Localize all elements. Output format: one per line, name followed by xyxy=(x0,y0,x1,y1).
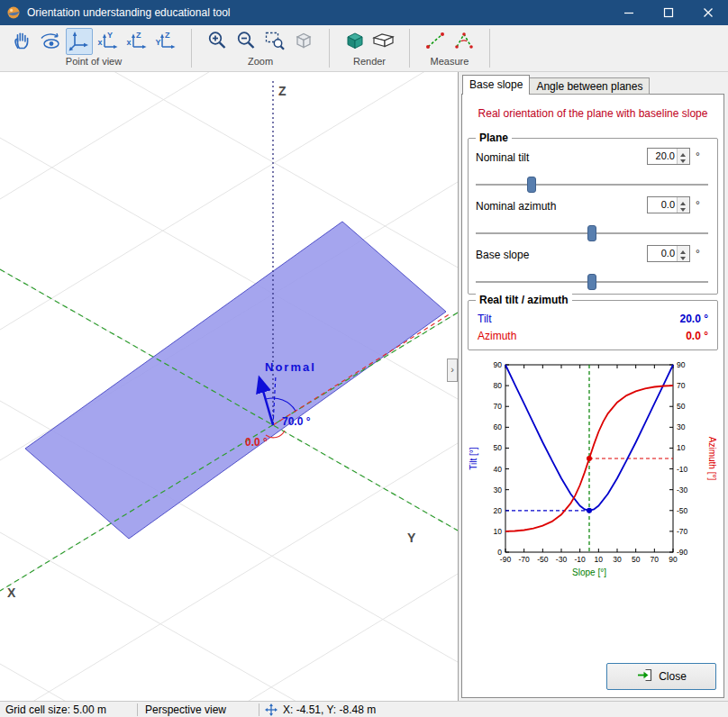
base-slope-slider[interactable] xyxy=(476,274,708,290)
orbit-tool-button[interactable] xyxy=(37,28,64,55)
status-coords-text: X: -4.51, Y: -8.48 m xyxy=(283,703,376,716)
close-window-button[interactable] xyxy=(688,0,728,25)
svg-text:x: x xyxy=(98,38,103,47)
slider-thumb[interactable] xyxy=(527,177,536,193)
spin-up-button[interactable] xyxy=(678,149,689,157)
svg-text:-10: -10 xyxy=(575,555,587,564)
tab-base-slope[interactable]: Base slope xyxy=(462,75,530,95)
toolbar-separator xyxy=(329,29,330,68)
degree-unit: ° xyxy=(696,150,700,163)
toolbar-group-label: Render xyxy=(353,56,386,67)
pan-tool-button[interactable] xyxy=(8,28,35,55)
svg-text:0: 0 xyxy=(497,548,502,557)
degree-unit: ° xyxy=(696,248,700,260)
tab-angle-between-planes[interactable]: Angle between planes xyxy=(530,77,650,95)
svg-text:Y: Y xyxy=(156,38,161,47)
svg-text:Tilt [°]: Tilt [°] xyxy=(469,447,478,470)
real-tilt-label: Tilt xyxy=(478,313,492,325)
spin-down-button[interactable] xyxy=(678,205,689,213)
toolbar-group-render: Render xyxy=(333,25,405,71)
maximize-button[interactable] xyxy=(649,0,688,25)
status-view-mode: Perspective view xyxy=(138,702,259,717)
toolbar-separator xyxy=(191,29,192,68)
axes-3d-icon xyxy=(68,29,91,55)
view-xy-button[interactable]: Y x xyxy=(95,28,122,55)
toolbar-group-label: Point of view xyxy=(66,56,122,67)
measure-angle-button[interactable] xyxy=(450,28,478,55)
y-axis-label: Y xyxy=(407,531,416,545)
nominal-azimuth-slider[interactable] xyxy=(476,225,708,241)
svg-text:70: 70 xyxy=(494,402,503,411)
toolbar-separator xyxy=(489,29,490,68)
exit-arrow-icon xyxy=(636,668,652,685)
slider-thumb[interactable] xyxy=(587,225,596,241)
panel-collapse-button[interactable]: › xyxy=(447,358,458,382)
page-subtitle: Real orientation of the plane with basel… xyxy=(462,107,723,120)
spin-value[interactable]: 0.0 xyxy=(648,246,677,261)
spin-value[interactable]: 20.0 xyxy=(648,149,677,164)
status-coordinates: X: -4.51, Y: -8.48 m xyxy=(259,702,376,717)
degree-unit: ° xyxy=(696,199,700,212)
app-icon xyxy=(6,5,21,20)
toolbar: Y x Z x Z xyxy=(0,25,728,72)
svg-text:50: 50 xyxy=(494,443,503,452)
render-solid-button[interactable] xyxy=(341,28,369,55)
zoom-in-icon xyxy=(205,29,229,55)
viewport-3d[interactable]: Z Y X Normal 70.0 ° 0.0 ° xyxy=(0,72,458,701)
axes-view-button[interactable] xyxy=(66,28,93,55)
zoom-window-button[interactable] xyxy=(261,28,288,55)
app-window: Orientation understanding educational to… xyxy=(0,0,728,717)
view-zy-button[interactable]: Z Y xyxy=(152,28,179,55)
toolbar-group-zoom: Zoom xyxy=(196,25,325,71)
svg-text:40: 40 xyxy=(494,465,503,474)
svg-text:60: 60 xyxy=(494,422,503,431)
svg-text:50: 50 xyxy=(632,555,641,564)
svg-text:-10: -10 xyxy=(677,465,688,474)
zoom-extents-button[interactable] xyxy=(290,28,317,55)
plane-groupbox: Plane Nominal tilt 20.0 ° Nominal azimut… xyxy=(468,138,718,295)
svg-text:70: 70 xyxy=(651,555,660,564)
svg-text:80: 80 xyxy=(494,381,503,390)
svg-text:x: x xyxy=(127,38,132,47)
nominal-tilt-slider[interactable] xyxy=(476,177,708,193)
spin-up-button[interactable] xyxy=(678,197,689,205)
real-tilt-azimuth-groupbox: Real tilt / azimuth Tilt 20.0 ° Azimuth … xyxy=(468,300,718,350)
nominal-azimuth-spinbox[interactable]: 0.0 xyxy=(647,196,690,213)
nominal-tilt-label: Nominal tilt xyxy=(476,151,529,164)
slider-thumb[interactable] xyxy=(587,274,596,290)
measure-distance-button[interactable] xyxy=(422,28,449,55)
minimize-button[interactable] xyxy=(609,0,649,25)
svg-text:10: 10 xyxy=(494,527,503,536)
zoom-out-icon xyxy=(234,29,258,55)
zoom-out-button[interactable] xyxy=(232,28,259,55)
slope-chart: -90-70-50-30-101030507090010203040506070… xyxy=(466,356,720,583)
svg-text:10: 10 xyxy=(677,443,686,452)
svg-text:20: 20 xyxy=(494,506,503,515)
spin-down-button[interactable] xyxy=(678,254,689,262)
spin-up-button[interactable] xyxy=(678,246,689,254)
close-button[interactable]: Close xyxy=(606,663,716,690)
nominal-tilt-spinbox[interactable]: 20.0 xyxy=(647,148,690,165)
move-cursor-icon xyxy=(265,703,278,716)
zoom-in-button[interactable] xyxy=(204,28,231,55)
nominal-azimuth-label: Nominal azimuth xyxy=(476,200,556,213)
svg-text:-50: -50 xyxy=(537,555,549,564)
toolbar-group-measure: Measure xyxy=(414,25,486,71)
normal-label: Normal xyxy=(265,360,316,374)
base-slope-label: Base slope xyxy=(476,249,529,261)
status-grid-size: Grid cell size: 5.00 m xyxy=(0,702,137,717)
z-axis-label: Z xyxy=(278,84,287,98)
svg-text:10: 10 xyxy=(595,555,604,564)
svg-text:-30: -30 xyxy=(677,486,688,495)
base-slope-spinbox[interactable]: 0.0 xyxy=(647,245,690,262)
wireframe-box-icon xyxy=(371,29,396,55)
statusbar: Grid cell size: 5.00 m Perspective view … xyxy=(0,701,728,717)
tilted-plane xyxy=(25,222,446,539)
spin-value[interactable]: 0.0 xyxy=(648,197,677,213)
svg-text:90: 90 xyxy=(494,360,503,369)
view-xz-button[interactable]: Z x xyxy=(123,28,150,55)
render-wireframe-button[interactable] xyxy=(370,28,397,55)
spin-down-button[interactable] xyxy=(678,157,689,165)
svg-text:50: 50 xyxy=(677,402,686,411)
tabbar: Base slope Angle between planes xyxy=(462,75,650,95)
